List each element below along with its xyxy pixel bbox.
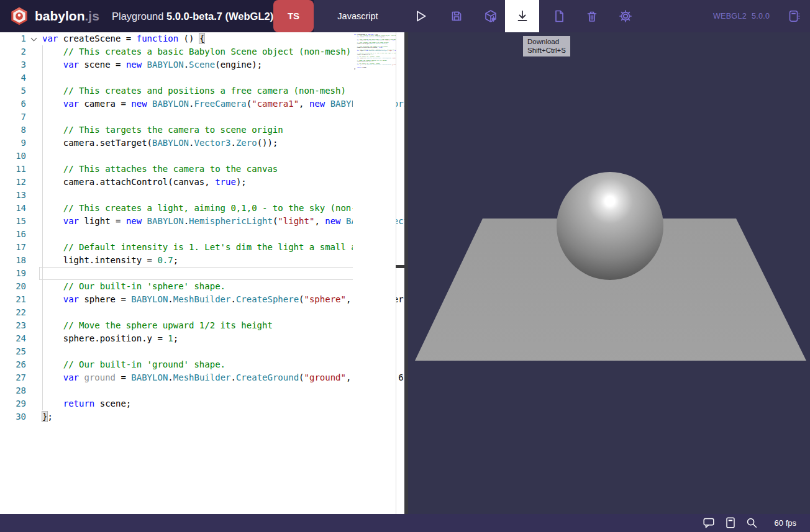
code-line[interactable]: 1var createScene = function () {	[0, 32, 404, 45]
code-line[interactable]: 7	[0, 110, 404, 124]
line-number[interactable]: 10	[0, 150, 26, 163]
line-number[interactable]: 19	[0, 267, 26, 280]
line-number[interactable]: 11	[0, 163, 26, 176]
code-line[interactable]: 27 var ground = BABYLON.MeshBuilder.Crea…	[0, 371, 404, 384]
line-number[interactable]: 5	[0, 84, 26, 97]
fold-column	[26, 397, 42, 410]
code-line[interactable]: 22	[0, 306, 404, 319]
line-number[interactable]: 29	[0, 397, 26, 410]
examples-icon[interactable]	[786, 9, 801, 24]
line-number[interactable]: 2	[0, 45, 26, 58]
code-line[interactable]: 14 // This creates a light, aiming 0,1,0…	[0, 202, 404, 215]
run-icon[interactable]	[413, 9, 428, 24]
line-number[interactable]: 3	[0, 58, 26, 71]
code-line[interactable]: 3 var scene = new BABYLON.Scene(engine);	[0, 58, 404, 71]
line-number[interactable]: 6	[0, 97, 26, 110]
line-number[interactable]: 17	[0, 241, 26, 254]
code-line[interactable]: 20 // Our built-in 'sphere' shape.	[0, 280, 404, 293]
minimap[interactable]: var createScene = function () { // This …	[353, 32, 396, 514]
line-number[interactable]: 16	[0, 228, 26, 241]
fold-column	[26, 345, 42, 358]
fold-column	[26, 202, 42, 215]
fold-column	[26, 306, 42, 319]
code-text: var ground = BABYLON.MeshBuilder.CreateG…	[42, 371, 404, 384]
code-line[interactable]: 23 // Move the sphere upward 1/2 its hei…	[0, 319, 404, 332]
splitter-handle[interactable]	[396, 265, 404, 268]
language-selector[interactable]: Javascript	[314, 0, 402, 32]
code-line[interactable]: 5 // This creates and positions a free c…	[0, 84, 404, 97]
line-number[interactable]: 25	[0, 345, 26, 358]
fold-column	[26, 384, 42, 397]
comment-icon[interactable]	[702, 516, 716, 530]
fold-column	[26, 241, 42, 254]
line-number[interactable]: 8	[0, 124, 26, 137]
fps-counter: 60 fps	[775, 514, 796, 532]
render-canvas[interactable]	[404, 32, 810, 514]
doc-icon[interactable]	[724, 516, 737, 530]
code-line[interactable]: 30};	[0, 410, 404, 423]
code-text: light.intensity = 0.7;	[42, 254, 178, 267]
code-line[interactable]: 13	[0, 189, 404, 202]
fold-chevron-icon[interactable]	[26, 32, 42, 45]
code-line[interactable]: 10	[0, 150, 404, 163]
inspector-icon[interactable]	[483, 9, 498, 24]
code-line[interactable]: 24 sphere.position.y = 1;	[0, 332, 404, 345]
code-line[interactable]: 19	[0, 267, 404, 280]
line-number[interactable]: 14	[0, 202, 26, 215]
line-number[interactable]: 24	[0, 332, 26, 345]
line-number[interactable]: 27	[0, 371, 26, 384]
status-bar: 60 fps	[0, 514, 810, 532]
code-line[interactable]: 25	[0, 345, 404, 358]
code-line[interactable]: 18 light.intensity = 0.7;	[0, 254, 404, 267]
code-line[interactable]: 11 // This attaches the camera to the ca…	[0, 163, 404, 176]
code-line[interactable]: 28	[0, 384, 404, 397]
search-icon[interactable]	[745, 516, 758, 530]
code-line[interactable]: 17 // Default intensity is 1. Let's dim …	[0, 241, 404, 254]
line-number[interactable]: 12	[0, 176, 26, 189]
code-text: // This targets the camera to scene orig…	[42, 124, 283, 137]
line-number[interactable]: 7	[0, 110, 26, 124]
code-line[interactable]: 15 var light = new BABYLON.HemisphericLi…	[0, 215, 404, 228]
code-editor[interactable]: 1var createScene = function () {2 // Thi…	[0, 32, 404, 514]
typescript-button[interactable]: TS	[273, 0, 314, 32]
delete-icon[interactable]	[585, 9, 599, 24]
engine-version-label: 5.0.0	[752, 0, 770, 32]
line-number[interactable]: 28	[0, 384, 26, 397]
webgl-version-label: WEBGL2	[713, 0, 747, 32]
code-line[interactable]: 26 // Our built-in 'ground' shape.	[0, 358, 404, 371]
line-number[interactable]: 1	[0, 32, 26, 45]
code-line[interactable]: 16	[0, 228, 404, 241]
tooltip-line1: Download	[527, 37, 566, 46]
code-text: var light = new BABYLON.HemisphericLight…	[42, 215, 404, 228]
line-number[interactable]: 23	[0, 319, 26, 332]
save-icon[interactable]	[449, 9, 464, 24]
line-number[interactable]: 18	[0, 254, 26, 267]
babylon-logo-icon	[9, 6, 30, 27]
new-icon[interactable]	[552, 9, 567, 24]
fold-column	[26, 71, 42, 84]
download-button[interactable]	[505, 0, 539, 32]
code-line[interactable]: 2 // This creates a basic Babylon Scene …	[0, 45, 404, 58]
fold-column	[26, 137, 42, 150]
line-number[interactable]: 20	[0, 280, 26, 293]
code-text: camera.attachControl(canvas, true);	[42, 176, 247, 189]
line-number[interactable]: 4	[0, 71, 26, 84]
line-number[interactable]: 15	[0, 215, 26, 228]
code-text: var camera = new BABYLON.FreeCamera("cam…	[42, 97, 404, 110]
code-line[interactable]: 12 camera.attachControl(canvas, true);	[0, 176, 404, 189]
code-line[interactable]: 21 var sphere = BABYLON.MeshBuilder.Crea…	[0, 293, 404, 306]
line-number[interactable]: 26	[0, 358, 26, 371]
code-line[interactable]: 6 var camera = new BABYLON.FreeCamera("c…	[0, 97, 404, 110]
line-number[interactable]: 13	[0, 189, 26, 202]
line-number[interactable]: 9	[0, 137, 26, 150]
code-line[interactable]: 9 camera.setTarget(BABYLON.Vector3.Zero(…	[0, 137, 404, 150]
code-line[interactable]: 4	[0, 71, 404, 84]
settings-icon[interactable]	[618, 9, 633, 24]
fold-column	[26, 280, 42, 293]
code-line[interactable]: 29 return scene;	[0, 397, 404, 410]
line-number[interactable]: 22	[0, 306, 26, 319]
line-number[interactable]: 21	[0, 293, 26, 306]
code-text: // Move the sphere upward 1/2 its height	[42, 319, 273, 332]
line-number[interactable]: 30	[0, 410, 26, 423]
code-line[interactable]: 8 // This targets the camera to scene or…	[0, 124, 404, 137]
